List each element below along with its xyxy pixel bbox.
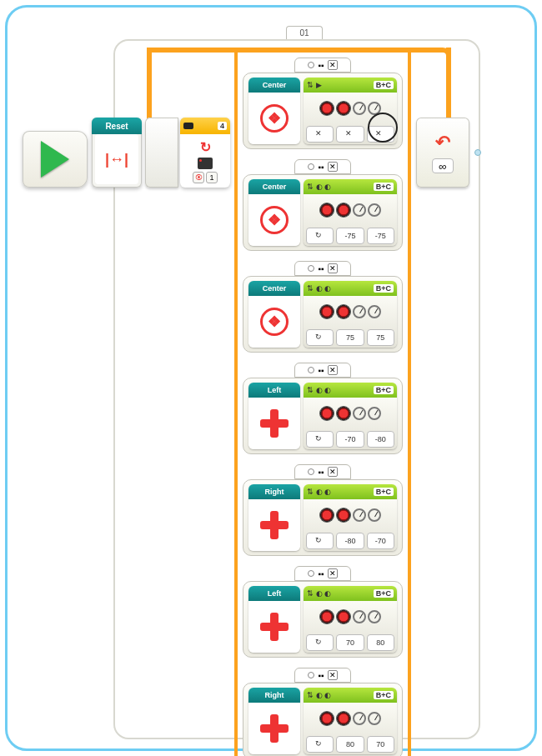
switch-case[interactable]: ▪▪✕Right⇅ ◐ ◐B+C↻-80-70: [243, 464, 403, 556]
program-canvas[interactable]: 01 Reset |↔| 4 ↻: [8, 8, 534, 748]
case-close-icon[interactable]: ✕: [328, 670, 338, 680]
move-tank-block[interactable]: ⇅ ◐ ◐B+C↻7080: [304, 586, 397, 653]
motor-params-row: ✕✕✕: [304, 124, 397, 144]
reset-label: Reset: [92, 118, 142, 134]
motor-mode-param[interactable]: ↻: [306, 431, 334, 448]
case-tab[interactable]: ▪▪✕: [294, 58, 351, 73]
case-tab-icon: ▪▪: [318, 61, 324, 70]
motor-power-right[interactable]: 75: [367, 329, 394, 346]
x-icon: ✕: [315, 129, 325, 139]
case-tab[interactable]: ▪▪✕: [294, 464, 351, 479]
motor-power-right[interactable]: -70: [367, 533, 394, 549]
motor-port-label[interactable]: B+C: [374, 81, 394, 89]
case-default-radio[interactable]: [308, 62, 314, 68]
case-close-icon[interactable]: ✕: [328, 467, 338, 477]
motor-power-left[interactable]: 70: [336, 634, 364, 651]
ir-switch-block[interactable]: 4 ↻ ⦿ 1: [180, 118, 230, 188]
motor-port-label[interactable]: B+C: [374, 386, 394, 394]
case-default-radio[interactable]: [308, 570, 314, 577]
motor-mode-param[interactable]: ↻: [306, 228, 334, 244]
loop-start-cap[interactable]: [145, 118, 178, 188]
beacon-myblock[interactable]: Left: [248, 383, 300, 449]
switch-case[interactable]: ▪▪✕Center❖⇅ ▶B+C✕✕✕: [243, 58, 403, 149]
motor-power-left[interactable]: -80: [336, 533, 364, 549]
motor-header: ⇅ ◐ ◐B+C: [304, 281, 397, 296]
move-tank-block[interactable]: ⇅ ◐ ◐B+C↻-80-70: [304, 484, 397, 551]
case-default-radio[interactable]: [308, 367, 314, 373]
x-icon: ✕: [375, 129, 385, 139]
case-default-radio[interactable]: [308, 468, 314, 475]
switch-case[interactable]: ▪▪✕Center❖⇅ ◐ ◐B+C↻7575: [243, 261, 403, 353]
move-tank-block[interactable]: ⇅ ▶B+C✕✕✕: [304, 78, 397, 144]
motor-power-left[interactable]: ✕: [336, 126, 364, 143]
case-default-radio[interactable]: [308, 672, 314, 678]
case-close-icon[interactable]: ✕: [328, 568, 338, 578]
switch-case[interactable]: ▪▪✕Left⇅ ◐ ◐B+C↻7080: [243, 566, 403, 658]
beacon-myblock[interactable]: Center❖: [248, 281, 300, 348]
motor-params-row: ↻-75-75: [304, 226, 397, 246]
case-tab[interactable]: ▪▪✕: [294, 159, 351, 174]
motor-power-right[interactable]: -80: [367, 431, 394, 448]
beacon-myblock[interactable]: Center❖: [248, 78, 300, 144]
motor-power-left[interactable]: 80: [336, 736, 364, 753]
loop-condition[interactable]: ∞: [432, 158, 454, 173]
case-tab-icon: ▪▪: [318, 569, 324, 578]
motor-power-left[interactable]: 75: [336, 329, 364, 346]
case-tab[interactable]: ▪▪✕: [294, 566, 351, 581]
motor-port-label[interactable]: B+C: [374, 488, 394, 496]
switch-case[interactable]: ▪▪✕Center❖⇅ ◐ ◐B+C↻-75-75: [243, 159, 403, 251]
move-tank-block[interactable]: ⇅ ◐ ◐B+C↻7575: [304, 281, 397, 348]
motor-mode-param[interactable]: ↻: [306, 329, 334, 346]
reset-myblock[interactable]: Reset |↔|: [92, 118, 142, 188]
motor-power-right[interactable]: ✕: [367, 126, 394, 143]
motor-port-label[interactable]: B+C: [374, 691, 394, 699]
gauge-icon: [368, 508, 381, 522]
case-close-icon[interactable]: ✕: [328, 263, 338, 273]
move-tank-block[interactable]: ⇅ ◐ ◐B+C↻8070: [304, 688, 397, 754]
motor-mode-param[interactable]: ✕: [306, 126, 334, 143]
motor-header: ⇅ ◐ ◐B+C: [304, 383, 397, 398]
loop-end-block[interactable]: ↶ ∞: [416, 118, 469, 188]
motor-body: ↻7575: [304, 296, 397, 348]
ir-sensor-icon: [183, 123, 193, 129]
wheel-icon: [319, 711, 334, 726]
motor-mode-param[interactable]: ↻: [306, 634, 334, 651]
case-close-icon[interactable]: ✕: [328, 365, 338, 375]
beacon-myblock[interactable]: Right: [248, 688, 300, 754]
motor-power-left[interactable]: -70: [336, 431, 364, 448]
beacon-myblock[interactable]: Center❖: [248, 179, 300, 246]
case-tab[interactable]: ▪▪✕: [294, 261, 351, 276]
case-default-radio[interactable]: [308, 265, 314, 272]
switch-cases-column: ▪▪✕Center❖⇅ ▶B+C✕✕✕▪▪✕Center❖⇅ ◐ ◐B+C↻-7…: [234, 48, 411, 756]
beacon-myblock[interactable]: Right: [248, 484, 300, 551]
motor-port-label[interactable]: B+C: [374, 284, 394, 293]
case-close-icon[interactable]: ✕: [328, 60, 338, 70]
case-tab[interactable]: ▪▪✕: [294, 363, 351, 378]
motor-port-label[interactable]: B+C: [374, 589, 394, 598]
gauge-icon: [368, 407, 381, 420]
move-tank-block[interactable]: ⇅ ◐ ◐B+C↻-70-80: [304, 383, 397, 449]
beacon-swirl-icon: ❖: [260, 308, 289, 336]
switch-case[interactable]: ▪▪✕Right⇅ ◐ ◐B+C↻8070: [243, 668, 403, 756]
motor-mode-param[interactable]: ↻: [306, 533, 334, 549]
switch-case[interactable]: ▪▪✕Left⇅ ◐ ◐B+C↻-70-80: [243, 363, 403, 454]
move-tank-block[interactable]: ⇅ ◐ ◐B+C↻-75-75: [304, 179, 397, 246]
case-default-radio[interactable]: [308, 163, 314, 170]
motor-power-left[interactable]: -75: [336, 228, 364, 244]
motor-port-label[interactable]: B+C: [374, 183, 394, 191]
loop-name-tab[interactable]: 01: [286, 26, 323, 39]
ir-beacon-icon[interactable]: ⦿: [193, 172, 204, 183]
motor-mode-param[interactable]: ↻: [306, 736, 334, 753]
motor-power-right[interactable]: 70: [367, 736, 394, 753]
ir-channel-value[interactable]: 1: [206, 172, 218, 183]
motor-power-right[interactable]: -75: [367, 228, 394, 244]
case-tab[interactable]: ▪▪✕: [294, 668, 351, 683]
motor-power-right[interactable]: 80: [367, 634, 394, 651]
case-close-icon[interactable]: ✕: [328, 162, 338, 172]
motor-art: [304, 703, 397, 734]
motor-header-icons: ⇅ ▶: [307, 81, 322, 89]
ir-port-label[interactable]: 4: [218, 122, 227, 130]
beacon-myblock[interactable]: Left: [248, 586, 300, 653]
start-block[interactable]: [23, 131, 88, 188]
beacon-body: ❖: [248, 296, 300, 348]
